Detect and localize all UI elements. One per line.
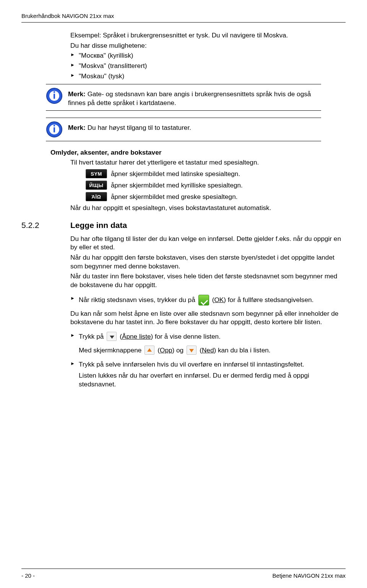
legge-p1: Du har ofte tilgang til lister der du ka… — [70, 234, 346, 252]
step-list-2: Trykk på (Åpne liste) for å vise denne l… — [70, 332, 346, 341]
note-body: Du har høyst tilgang til to tastaturer. — [86, 124, 191, 131]
note-text: Merk: Du har høyst tilgang til to tastat… — [68, 121, 321, 132]
down-label: Ned — [202, 346, 214, 354]
step-ok: Når riktig stedsnavn vises, trykker du p… — [70, 295, 346, 305]
arrows-post: ) kan du bla i listen. — [214, 346, 270, 354]
note-body: Gate- og stedsnavn kan bare angis i bruk… — [68, 90, 311, 107]
arrows-mid: ) og — [172, 346, 184, 354]
options-list: "Москва" (kyrillisk) "Moskva" (translitt… — [70, 51, 346, 80]
step-transfer: Trykk på selve innførselen hvis du vil o… — [70, 360, 346, 369]
step-open-list: Trykk på (Åpne liste) for å vise denne l… — [70, 332, 346, 341]
svg-point-7 — [54, 125, 55, 126]
legge-p3: Når du taster inn flere bokstaver, vises… — [70, 272, 346, 289]
info-icon — [46, 121, 63, 138]
cyr-text: åpner skjermbildet med kyrilliske spesia… — [111, 181, 243, 190]
chapter-title: Legge inn data — [70, 220, 127, 231]
down-paren: (Ned) kan du bla i listen. — [200, 346, 270, 355]
auto-return-text: Når du har oppgitt et spesialtegn, vises… — [70, 204, 346, 212]
arrow-down-icon — [187, 346, 196, 355]
greek-key-icon: ΆΪΩ — [86, 192, 107, 201]
note-label: Merk: — [68, 90, 86, 98]
step-list-3: Trykk på selve innførselen hvis du vil o… — [70, 360, 346, 369]
legge-p4: Du kan når som helst åpne en liste over … — [70, 309, 346, 326]
cyr-line: ЙЩЫ åpner skjermbildet med kyrilliske sp… — [86, 181, 346, 190]
header-title: Brukerhåndbok NAVIGON 21xx max — [21, 12, 346, 20]
ok-label: OK — [214, 296, 224, 304]
options-lead: Du har disse mulighetene: — [70, 41, 346, 50]
step-open-post: ) for å vise denne listen. — [151, 333, 220, 340]
legge-p2: Når du har oppgitt den første bokstaven,… — [70, 253, 346, 270]
sym-text: åpner skjermbildet med latinske spesialt… — [111, 170, 240, 178]
chapter-number: 5.2.2 — [21, 220, 49, 231]
grk-line: ΆΪΩ åpner skjermbildet med greske spesia… — [86, 192, 346, 201]
cyrillic-key-icon: ЙЩЫ — [86, 181, 107, 190]
up-label: Opp — [160, 346, 172, 354]
arrows-pre: Med skjermknappene — [79, 346, 141, 355]
svg-rect-6 — [54, 127, 55, 132]
up-paren: (Opp) og — [158, 346, 184, 355]
svg-point-3 — [54, 91, 55, 93]
option-item: "Moskau" (tysk) — [70, 72, 346, 81]
footer-right: Betjene NAVIGON 21xx max — [273, 572, 346, 580]
page-footer: - 20 - Betjene NAVIGON 21xx max — [21, 569, 346, 580]
footer-rule — [21, 569, 346, 569]
open-paren: (Åpne liste) for å vise denne listen. — [120, 332, 221, 341]
step-ok-post: ) for å fullføre stedsangivelsen. — [224, 296, 313, 304]
close-text: Listen lukkes når du har overført en inn… — [79, 371, 346, 388]
note-label: Merk: — [68, 124, 86, 131]
note-row: Merk: Gate- og stedsnavn kan bare angis … — [46, 84, 321, 110]
step-open-pre: Trykk på — [79, 332, 104, 341]
chapter-heading: 5.2.2 Legge inn data — [21, 220, 346, 231]
omlyder-intro: Til hvert tastatur hører det ytterligere… — [70, 158, 346, 167]
note-row: Merk: Du har høyst tilgang til to tastat… — [46, 118, 321, 141]
option-item: "Moskva" (translitterert) — [70, 61, 346, 70]
ok-paren: (OK) for å fullføre stedsangivelsen. — [212, 296, 314, 304]
ok-icon — [198, 295, 209, 305]
sym-line: SYM åpner skjermbildet med latinske spes… — [86, 169, 346, 178]
grk-text: åpner skjermbildet med greske spesialteg… — [111, 192, 238, 201]
header-rule — [21, 22, 346, 23]
dropdown-icon — [107, 332, 117, 341]
option-item: "Москва" (kyrillisk) — [70, 51, 346, 60]
svg-rect-2 — [54, 94, 55, 99]
info-icon — [46, 87, 63, 104]
sym-key-icon: SYM — [86, 169, 107, 178]
step-list: Når riktig stedsnavn vises, trykker du p… — [70, 295, 346, 305]
open-list-label: Åpne liste — [122, 333, 151, 340]
section-heading-omlyder: Omlyder, aksenter, andre bokstaver — [50, 148, 346, 157]
arrows-line: Med skjermknappene (Opp) og (Ned) kan du… — [79, 346, 346, 355]
arrow-up-icon — [145, 346, 154, 355]
note-text: Merk: Gate- og stedsnavn kan bare angis … — [68, 87, 321, 107]
example-text: Eksempel: Språket i brukergrensesnittet … — [70, 31, 346, 40]
step-ok-pre: Når riktig stedsnavn vises, trykker du p… — [79, 296, 195, 304]
page-number: - 20 - — [21, 572, 35, 580]
